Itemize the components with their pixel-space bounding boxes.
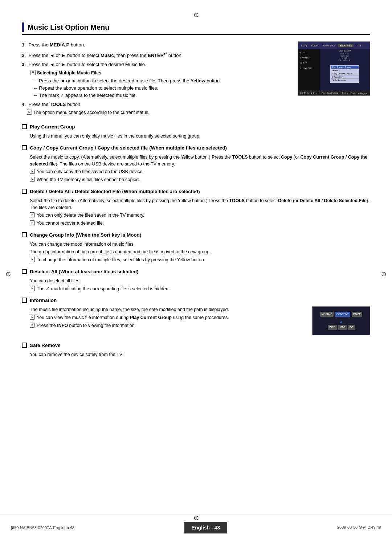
sc-tab-folder: Folder: [310, 44, 320, 47]
subsection-title-info: Information: [30, 297, 57, 304]
subsection-header-copy: Copy / Copy Current Group / Copy the sel…: [22, 145, 370, 152]
subsection-body-change-group: You can change the mood information of m…: [30, 241, 370, 263]
sc-energy-info: Energy STP: [320, 50, 369, 52]
sc-btn-fav: Favorites Setting: [322, 92, 338, 94]
step-1: 1. Press the MEDIA.P button.: [22, 41, 290, 49]
info-note-2: ▶ Press the INFO button to viewing the i…: [30, 322, 309, 329]
subsection-header-delete: Delete / Delete All / Delete Selected Fi…: [22, 188, 370, 195]
note-icon-delete-1: N: [30, 212, 35, 217]
footer-page-number: English - 48: [184, 522, 228, 533]
note-icon-copy-1: N: [30, 169, 35, 174]
subsection-header-play: Play Current Group: [22, 124, 370, 131]
checkbox-change-group: [22, 232, 27, 237]
sc-tab-song: Song: [299, 44, 308, 47]
info-sc-btn-info: INFO: [328, 325, 337, 330]
top-content: 1. Press the MEDIA.P button. 2. Press th…: [22, 41, 370, 118]
note-icon-info-2: ▶: [30, 323, 35, 328]
music-list-screenshot: Song Folder Preference Basic View Title …: [298, 41, 370, 96]
subsection-title-deselect: Deselect All (When at least one file is …: [30, 269, 139, 275]
sc-file-info: Don NowDate Set2007Soundtrack: [320, 53, 369, 61]
sc-note-icon-3: ♫: [299, 61, 302, 65]
delete-note-1: N You can only delete the files saved in…: [30, 212, 370, 219]
change-group-note-1: N To change the information of multiple …: [30, 257, 370, 263]
info-sc-btn-mediap: MEDIA.P: [320, 312, 334, 317]
subsection-body-copy: Select the music to copy. (Alternatively…: [30, 154, 370, 183]
sc-btn-slide: ◄◄ Slide: [299, 92, 309, 94]
checkbox-info: [22, 298, 27, 303]
note-icon-2: [27, 110, 32, 115]
steps-list: 1. Press the MEDIA.P button. 2. Press th…: [22, 41, 290, 118]
bullet-3: – The mark ✓ appears to the selected mus…: [34, 92, 290, 99]
subsection-body-safe-remove: You can remove the device safely from th…: [30, 351, 370, 358]
sc-right-panel: Energy STP Don NowDate Set2007Soundtrack…: [320, 49, 370, 90]
subsection-information: Information MEDIA.P CONTENT P.SIZE ▲ INF…: [22, 297, 370, 337]
delete-note-2: N You cannot recover a deleted file.: [30, 220, 370, 227]
sc-music-1: ♪ List: [299, 50, 318, 54]
subsection-title-safe-remove: Safe Remove: [30, 342, 61, 349]
subsection-header-info: Information: [22, 297, 370, 304]
subsection-delete: Delete / Delete All / Delete Selected Fi…: [22, 188, 370, 227]
top-compass-icon: ⊕: [22, 11, 370, 19]
numbered-list: 1. Press the MEDIA.P button. 2. Press th…: [22, 41, 290, 116]
step-2: 2. Press the ◄ or ► button to select Mus…: [22, 51, 290, 59]
subsection-header-deselect: Deselect All (When at least one file is …: [22, 269, 370, 275]
checkbox-safe-remove: [22, 343, 27, 348]
info-sc-buttons2: INFO MTS CC: [328, 325, 355, 330]
note-icon-deselect-1: N: [30, 286, 35, 291]
step-4: 4. Press the TOOLS button. The option me…: [22, 101, 290, 116]
info-sc-inner: MEDIA.P CONTENT P.SIZE ▲ INFO MTS CC: [313, 307, 370, 335]
note-icon-copy-2: N: [30, 177, 35, 182]
subsection-title-change-group: Change Group Info (When the Sort key is …: [30, 232, 142, 239]
section-title-bar: [22, 22, 24, 32]
info-sc-btn-mts: MTS: [338, 325, 347, 330]
page-footer: [650-NA]BN68-02097A-Eng.indb 48 ⊕ Englis…: [0, 515, 392, 540]
sc-tab-preference: Preference: [321, 44, 336, 47]
note-icon-1: [30, 70, 36, 75]
sc-tab-title: Title: [355, 44, 363, 47]
sub-note-heading: Selecting Multiple Music Files: [30, 70, 290, 77]
footer-right-text: 2009-03-30 오전 2:49:49: [337, 525, 381, 530]
step4-note: The option menu changes according to the…: [27, 109, 290, 116]
info-screenshot: MEDIA.P CONTENT P.SIZE ▲ INFO MTS CC: [312, 306, 370, 335]
sc-note-icon-1: ♪: [299, 50, 301, 54]
sc-music-4: ♩ I love You: [299, 66, 318, 70]
deselect-note-1: N The ✓ mark indicating the correspondin…: [30, 286, 370, 292]
subsection-title-delete: Delete / Delete All / Delete Selected Fi…: [30, 188, 200, 195]
sc-menu-play: Play Current Group: [331, 66, 359, 69]
subsection-copy: Copy / Copy Current Group / Copy the sel…: [22, 145, 370, 183]
sc-body: ♪ List ♪ Mark Me ♫ Boy: [298, 49, 370, 90]
screenshot-inner: Song Folder Preference Basic View Title …: [298, 42, 370, 95]
step3-note-block: Selecting Multiple Music Files – Press t…: [30, 70, 290, 99]
checkbox-copy: [22, 145, 27, 150]
sc-topbar: Song Folder Preference Basic View Title: [298, 42, 370, 49]
sc-menu-copy: Copy Current Group: [331, 72, 359, 75]
subsection-title-play: Play Current Group: [30, 124, 75, 131]
checkbox-delete: [22, 189, 27, 194]
section-header: Music List Option Menu: [22, 22, 370, 35]
sc-menu-box: Play Current Group Delete Copy Current G…: [330, 65, 359, 83]
subsection-change-group: Change Group Info (When the Sort key is …: [22, 232, 370, 263]
sc-bottom-bar: ◄◄ Slide ■ Device Favorites Setting ● Se…: [298, 90, 370, 95]
sc-menu-info: Information: [331, 75, 359, 79]
footer-left-text: [650-NA]BN68-02097A-Eng.indb 48: [11, 525, 74, 530]
subsection-header-safe-remove: Safe Remove: [22, 342, 370, 349]
subsection-body-delete: Select the file to delete. (Alternativel…: [30, 197, 370, 227]
sc-left-panel: ♪ List ♪ Mark Me ♫ Boy: [298, 49, 320, 90]
sc-note-icon-4: ♩: [299, 66, 301, 70]
bullet-2: – Repeat the above operation to select m…: [34, 85, 290, 91]
sc-music-2: ♪ Mark Me: [299, 56, 318, 60]
subsection-play-current-group: Play Current Group Using this menu, you …: [22, 124, 370, 140]
section-title-text: Music List Option Menu: [28, 23, 110, 32]
copy-note-2: N When the TV memory is full, files cann…: [30, 176, 370, 183]
sc-btn-select: ● Select: [340, 92, 348, 94]
sc-menu-slide: Slide Reserve: [331, 79, 359, 82]
right-border-compass: ⊕: [381, 270, 387, 278]
subsection-deselect-all: Deselect All (When at least one file is …: [22, 269, 370, 292]
left-border-compass: ⊕: [5, 270, 11, 278]
sc-btn-tools: Tools: [351, 92, 356, 94]
info-sc-btn-content: CONTENT: [335, 312, 350, 317]
subsection-title-copy: Copy / Copy Current Group / Copy the sel…: [30, 145, 227, 152]
info-sc-btn-cc: CC: [348, 325, 355, 330]
sc-btn-device: ■ Device: [311, 92, 320, 94]
note-icon-info-1: N: [30, 315, 35, 320]
